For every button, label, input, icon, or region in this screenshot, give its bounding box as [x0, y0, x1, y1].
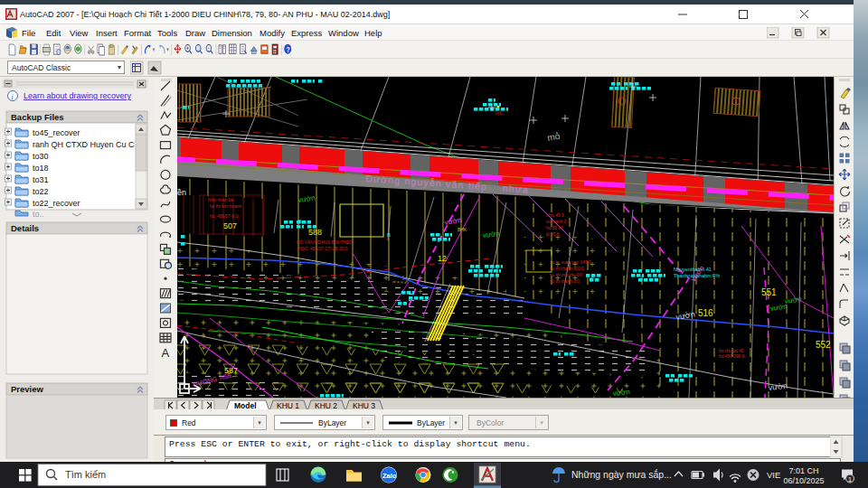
svg-text:Backup Files: Backup Files: [11, 112, 64, 122]
svg-text:?: ?: [287, 45, 290, 54]
svg-text:Tìm kiếm: Tìm kiếm: [65, 469, 106, 480]
svg-text:06/10/2025: 06/10/2025: [783, 476, 824, 485]
svg-text:vu ky xuan gan 147/0: vu ky xuan gan 147/0: [550, 260, 591, 265]
svg-text:▾: ▾: [166, 46, 168, 52]
svg-text:507: 507: [223, 221, 237, 230]
svg-text:to45_recover: to45_recover: [33, 128, 80, 137]
svg-text:hhtx mran ba: hhtx mran ba: [208, 198, 233, 202]
svg-text:Nguyenthabm 41: Nguyenthabm 41: [674, 267, 712, 272]
svg-text:vu manh 0: vu manh 0: [546, 220, 567, 224]
svg-text:m6: m6: [495, 110, 502, 116]
svg-text:bhtx 45 9: bhtx 45 9: [546, 213, 564, 218]
svg-text:kt 45 8: kt 45 8: [546, 232, 560, 237]
svg-text:7:01 CH: 7:01 CH: [788, 466, 818, 475]
svg-text:▾: ▾: [153, 46, 155, 52]
svg-text:551: 551: [761, 287, 777, 297]
svg-text:HỘ VÂN HOANG BOI-THEO: HỘ VÂN HOANG BOI-THEO: [297, 239, 353, 245]
svg-text:Details: Details: [11, 223, 39, 233]
svg-text:Preview: Preview: [11, 384, 44, 394]
svg-text:vu thi thanh 600/0: vu thi thanh 600/0: [550, 267, 584, 271]
svg-text:i: i: [12, 93, 14, 101]
svg-text:552: 552: [816, 340, 831, 350]
svg-text:Zalo: Zalo: [382, 472, 397, 480]
svg-text:to30: to30: [33, 152, 49, 161]
svg-text:Learn about drawing recovery: Learn about drawing recovery: [24, 91, 132, 100]
svg-text:ho thi kim hoanh: ho thi kim hoanh: [210, 204, 242, 209]
svg-text:ranh QH CTXD Huyen Cu C: ranh QH CTXD Huyen Cu C: [33, 140, 135, 149]
svg-text:ền: ền: [177, 188, 186, 197]
svg-text:B: B: [298, 219, 302, 224]
svg-text:BHK: BHK: [458, 227, 467, 232]
svg-text:hd 56 98: hd 56 98: [546, 226, 563, 230]
svg-text:vu thi thanh 0/0: vu thi thanh 0/0: [550, 279, 580, 284]
svg-text:vu thi mai thu 0/0: vu thi mai thu 0/0: [550, 273, 583, 277]
svg-text:to31: to31: [33, 175, 49, 184]
svg-text:516: 516: [698, 308, 713, 318]
svg-text:B: B: [387, 232, 391, 238]
svg-text:to..: to..: [33, 210, 44, 219]
svg-text:to22_recover: to22_recover: [33, 199, 80, 208]
svg-text:ho chi dat 45: ho chi dat 45: [719, 349, 744, 353]
svg-text:hd: 456/07-9 0t: hd: 456/07-9 0t: [210, 214, 240, 219]
svg-text:588: 588: [308, 228, 322, 237]
svg-text:hd 456 098 0t: hd 456 098 0t: [719, 354, 746, 359]
svg-text:to22: to22: [33, 187, 49, 196]
svg-text:A: A: [162, 346, 170, 360]
svg-text:Những ngày mưa sắp...: Những ngày mưa sắp...: [571, 469, 672, 480]
svg-text:to18: to18: [33, 164, 49, 173]
svg-text:12: 12: [438, 254, 447, 263]
svg-text:HDC: 456/07-CT-UB 30 0: HDC: 456/07-CT-UB 30 0: [298, 247, 348, 251]
svg-text:VIE: VIE: [767, 470, 780, 480]
svg-text:1: 1: [848, 476, 852, 483]
